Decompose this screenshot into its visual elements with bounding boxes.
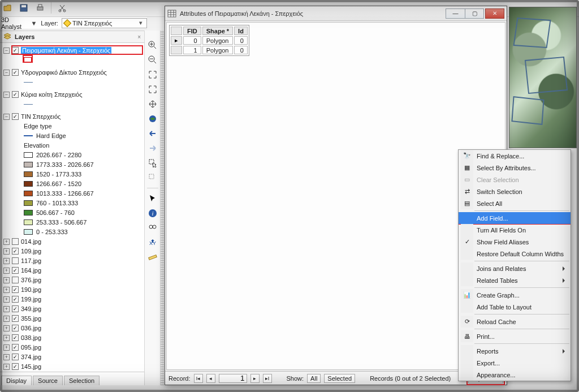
visibility-checkbox[interactable]: [12, 257, 19, 264]
expand-toggle[interactable]: +: [3, 335, 10, 341]
expand-toggle[interactable]: +: [3, 364, 10, 370]
back-extent-icon[interactable]: [147, 128, 158, 139]
cut-icon[interactable]: [57, 2, 68, 14]
print-icon[interactable]: [34, 2, 46, 14]
layer-image-item[interactable]: +014.jpg: [3, 237, 143, 246]
visibility-checkbox[interactable]: [12, 354, 19, 360]
zoom-in-icon[interactable]: [147, 40, 158, 51]
expand-toggle[interactable]: +: [3, 296, 10, 303]
table-row[interactable]: 1Polygon0: [171, 46, 248, 54]
layer-dropdown[interactable]: TIN Σπερχειός ▾: [62, 18, 147, 28]
visibility-checkbox[interactable]: [12, 363, 19, 370]
visibility-checkbox[interactable]: [12, 315, 19, 322]
menu-item[interactable]: Appearance...: [459, 369, 571, 381]
pointer-icon[interactable]: [147, 193, 158, 204]
layer-image-item[interactable]: +349.jpg: [3, 304, 143, 313]
expand-toggle[interactable]: +: [3, 239, 10, 245]
column-header[interactable]: Id: [234, 27, 248, 35]
layer-image-item[interactable]: +109.jpg: [3, 247, 143, 256]
fixed-zoom-out-icon[interactable]: [147, 84, 158, 95]
expand-toggle[interactable]: +: [3, 306, 10, 312]
expand-toggle[interactable]: +: [3, 287, 10, 293]
full-extent-icon[interactable]: [147, 113, 158, 124]
menu-item[interactable]: Add Table to Layout: [459, 301, 571, 313]
visibility-checkbox[interactable]: [12, 113, 19, 120]
menu-item[interactable]: Add Field...: [459, 212, 571, 224]
menu-item[interactable]: Related Tables: [459, 274, 571, 286]
visibility-checkbox[interactable]: [12, 286, 19, 293]
menu-item[interactable]: ▦Select By Attributes...: [459, 162, 571, 174]
clear-selection-icon[interactable]: [147, 172, 158, 183]
visibility-checkbox[interactable]: [12, 296, 19, 303]
column-header[interactable]: FID: [183, 27, 201, 35]
select-features-icon[interactable]: [147, 157, 158, 169]
titlebar[interactable]: Attributes of Πειραματική Λεκάνη - Σπερχ…: [165, 6, 507, 21]
minimize-button[interactable]: —: [446, 8, 465, 19]
visibility-checkbox[interactable]: [12, 325, 19, 331]
layer-image-item[interactable]: +164.jpg: [3, 266, 143, 275]
table-row[interactable]: ▸0Polygon0: [171, 36, 248, 45]
menu-item[interactable]: ▤Select All: [459, 197, 571, 209]
first-record-button[interactable]: I◂: [194, 374, 203, 383]
goto-xy-icon[interactable]: XY: [147, 237, 158, 248]
identify-icon[interactable]: i: [147, 208, 158, 219]
expand-toggle[interactable]: +: [3, 344, 10, 351]
save-icon[interactable]: [18, 2, 29, 14]
attribute-table-grid[interactable]: FIDShape *Id▸0Polygon0 1Polygon0: [169, 25, 249, 56]
splitter[interactable]: [161, 31, 164, 385]
tab-selection[interactable]: Selection: [64, 376, 100, 385]
layer-image-item[interactable]: +190.jpg: [3, 285, 143, 294]
show-selected-button[interactable]: Selected: [324, 374, 355, 383]
layer-image-item[interactable]: +199.jpg: [3, 295, 143, 304]
visibility-checkbox[interactable]: [12, 277, 19, 283]
layer-image-item[interactable]: +355.jpg: [3, 314, 143, 323]
tab-source[interactable]: Source: [33, 376, 63, 385]
menu-item[interactable]: ⟳Reload Cache: [459, 316, 571, 328]
last-record-button[interactable]: ▸I: [263, 374, 272, 383]
expand-toggle[interactable]: −: [3, 48, 10, 54]
menu-item[interactable]: ⇄Switch Selection: [459, 186, 571, 197]
show-all-button[interactable]: All: [307, 374, 321, 383]
record-number-input[interactable]: [219, 374, 247, 383]
layer-selected[interactable]: Πειραματική Λεκάνη - Σπερχειός: [21, 47, 111, 54]
menu-item[interactable]: ✓Show Field Aliases: [459, 236, 571, 248]
toc-close-icon[interactable]: ×: [137, 34, 141, 40]
expand-toggle[interactable]: +: [3, 268, 10, 274]
pan-icon[interactable]: [147, 98, 158, 110]
menu-item[interactable]: 🖶Print...: [459, 330, 571, 342]
maximize-button[interactable]: ▢: [465, 8, 484, 19]
visibility-checkbox[interactable]: [12, 305, 19, 312]
fixed-zoom-in-icon[interactable]: [147, 69, 158, 80]
close-button[interactable]: ✕: [485, 8, 504, 19]
measure-icon[interactable]: [147, 252, 158, 263]
menu-item[interactable]: Reports: [459, 345, 571, 357]
visibility-checkbox[interactable]: [12, 334, 19, 341]
menu-item[interactable]: Restore Default Column Widths: [459, 248, 571, 260]
expand-toggle[interactable]: −: [3, 70, 10, 76]
layer-image-item[interactable]: +374.jpg: [3, 352, 143, 361]
find-icon[interactable]: [147, 222, 158, 234]
expand-toggle[interactable]: +: [3, 325, 10, 331]
expand-toggle[interactable]: −: [3, 114, 10, 120]
next-record-button[interactable]: ▸: [250, 374, 260, 383]
menu-item[interactable]: 📊Create Graph...: [459, 289, 571, 301]
expand-toggle[interactable]: +: [3, 354, 10, 360]
layer-image-item[interactable]: +036.jpg: [3, 324, 143, 333]
visibility-checkbox[interactable]: [12, 91, 19, 98]
visibility-checkbox[interactable]: [12, 267, 19, 274]
zoom-out-icon[interactable]: [147, 54, 158, 66]
menu-item[interactable]: Joins and Relates: [459, 262, 571, 274]
column-header[interactable]: Shape *: [202, 27, 233, 35]
tab-display[interactable]: Display: [1, 376, 32, 385]
visibility-checkbox[interactable]: [12, 248, 19, 255]
expand-toggle[interactable]: +: [3, 316, 10, 322]
menu-item[interactable]: Turn All Fields On: [459, 224, 571, 236]
layer-image-item[interactable]: +376.jpg: [3, 275, 143, 285]
visibility-checkbox[interactable]: [12, 69, 19, 76]
expand-toggle[interactable]: −: [3, 92, 10, 98]
menu-item[interactable]: Export...: [459, 357, 571, 369]
forward-extent-icon[interactable]: [147, 143, 158, 154]
visibility-checkbox[interactable]: [12, 47, 19, 54]
layer-image-item[interactable]: +095.jpg: [3, 343, 143, 352]
layer-image-item[interactable]: +117.jpg: [3, 256, 143, 265]
